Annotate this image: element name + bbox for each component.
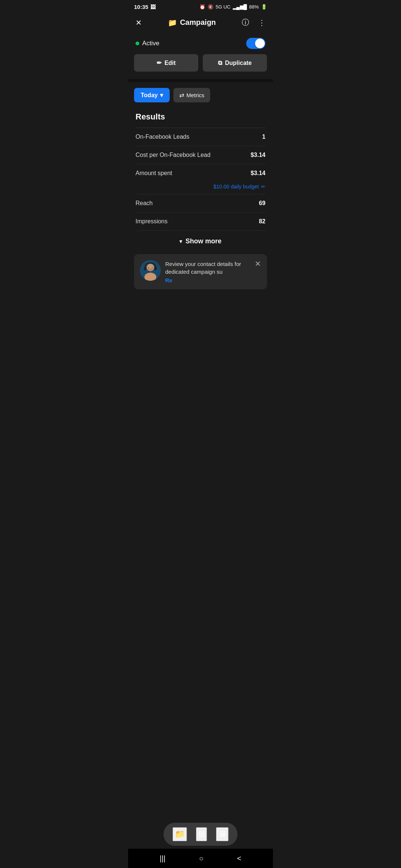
duplicate-icon: ⧉: [218, 60, 222, 66]
action-buttons: ✏ Edit ⧉ Duplicate: [128, 54, 273, 79]
svg-point-6: [152, 267, 153, 269]
metric-row: Impressions 82: [136, 213, 265, 231]
chevron-down-icon: ▾: [179, 238, 182, 245]
avatar-image: [140, 260, 161, 281]
metric-row: On-Facebook Leads 1: [136, 128, 265, 146]
active-text: Active: [142, 40, 159, 47]
filter-row: Today ▾ ⇄ Metrics: [128, 82, 273, 106]
section-divider: [128, 79, 273, 82]
signal-bars: ▂▄▆█: [233, 4, 247, 10]
active-label: Active: [136, 40, 159, 47]
svg-point-1: [147, 264, 154, 271]
status-time: 10:35 🖼: [134, 4, 156, 10]
metrics-button[interactable]: ⇄ Metrics: [173, 88, 210, 102]
budget-row: $10.00 daily budget ✏: [136, 182, 265, 194]
battery-icon: 🔋: [261, 4, 267, 10]
svg-rect-3: [144, 267, 146, 270]
notif-link[interactable]: Re: [165, 277, 250, 283]
more-icon: ⋮: [258, 19, 265, 27]
notif-content: Review your contact details for dedicate…: [165, 260, 250, 283]
mute-icon: 🔇: [208, 4, 213, 10]
alarm-icon: ⏰: [199, 4, 205, 10]
metric-value-2: $3.14: [251, 170, 265, 177]
budget-text: $10.00 daily budget: [213, 184, 259, 190]
more-button[interactable]: ⋮: [257, 17, 267, 29]
results-title: Results: [136, 112, 265, 122]
status-right: ⏰ 🔇 5G UC ▂▄▆█ 88% 🔋: [199, 4, 267, 10]
gallery-icon: 🖼: [150, 4, 156, 10]
metric-value-0: 1: [262, 134, 265, 140]
chevron-down-icon: ▾: [160, 92, 163, 99]
folder-icon: 📁: [168, 18, 177, 27]
notification-card: Review your contact details for dedicate…: [134, 254, 267, 289]
show-more-row[interactable]: ▾ Show more: [136, 231, 265, 254]
notif-close-button[interactable]: ✕: [255, 260, 261, 267]
pencil-icon: ✏: [157, 59, 162, 66]
active-row: Active: [128, 34, 273, 54]
active-dot: [136, 42, 139, 45]
metric-label-2: Amount spent: [136, 170, 172, 177]
metric-row: Cost per On-Facebook Lead $3.14: [136, 146, 265, 164]
info-button[interactable]: ⓘ: [240, 16, 251, 29]
top-nav: ✕ 📁 Campaign ⓘ ⋮: [128, 12, 273, 34]
show-more-label: Show more: [185, 237, 221, 245]
metric-label-4: Impressions: [136, 218, 167, 225]
today-filter-button[interactable]: Today ▾: [134, 88, 170, 102]
metrics-list: On-Facebook Leads 1 Cost per On-Facebook…: [136, 128, 265, 231]
metric-label-3: Reach: [136, 200, 153, 207]
svg-point-5: [148, 267, 149, 269]
today-label: Today: [141, 92, 158, 99]
nav-title: 📁 Campaign: [168, 18, 216, 27]
metric-label-0: On-Facebook Leads: [136, 134, 189, 140]
amount-spent-section: Amount spent $3.14 $10.00 daily budget ✏: [136, 164, 265, 194]
results-section: Results On-Facebook Leads 1 Cost per On-…: [128, 106, 273, 254]
metric-value-4: 82: [259, 218, 265, 225]
battery-label: 88%: [249, 4, 259, 10]
close-icon: ✕: [136, 19, 142, 27]
metric-value-3: 69: [259, 200, 265, 207]
toggle-knob: [255, 39, 265, 48]
budget-edit-icon[interactable]: ✏: [261, 184, 265, 190]
close-icon: ✕: [255, 260, 261, 268]
notif-message: Review your contact details for dedicate…: [165, 261, 241, 275]
duplicate-button[interactable]: ⧉ Duplicate: [203, 54, 267, 72]
close-button[interactable]: ✕: [134, 17, 143, 29]
metric-row: Reach 69: [136, 194, 265, 213]
metric-row: Amount spent $3.14: [136, 164, 265, 182]
page-title: Campaign: [180, 18, 216, 27]
edit-label: Edit: [164, 60, 176, 66]
notif-text: Review your contact details for dedicate…: [165, 260, 250, 276]
edit-button[interactable]: ✏ Edit: [134, 54, 198, 72]
notif-avatar: [140, 260, 161, 281]
metric-value-1: $3.14: [251, 152, 265, 158]
status-bar: 10:35 🖼 ⏰ 🔇 5G UC ▂▄▆█ 88% 🔋: [128, 0, 273, 12]
avatar-svg: [140, 260, 161, 281]
metrics-label: Metrics: [186, 92, 204, 98]
time-display: 10:35: [134, 4, 148, 10]
metric-label-1: Cost per On-Facebook Lead: [136, 152, 211, 158]
svg-rect-4: [154, 267, 157, 270]
metrics-icon: ⇄: [179, 92, 184, 99]
info-icon: ⓘ: [242, 18, 249, 26]
nav-actions: ⓘ ⋮: [240, 16, 267, 29]
signal-label: 5G UC: [216, 4, 231, 10]
active-toggle[interactable]: [246, 38, 265, 49]
duplicate-label: Duplicate: [225, 60, 252, 66]
